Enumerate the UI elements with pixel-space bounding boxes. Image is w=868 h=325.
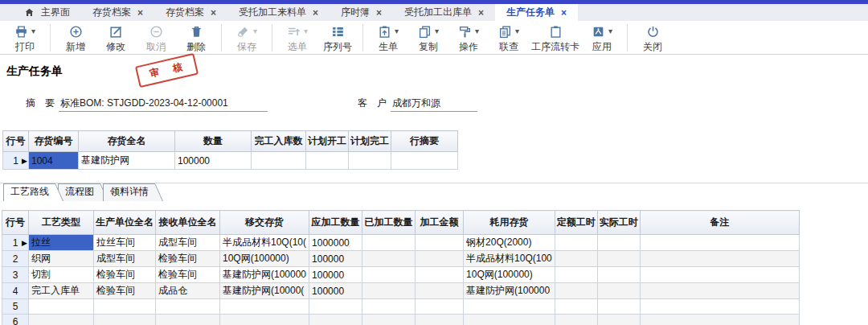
grid-cell[interactable] xyxy=(640,267,799,283)
grid-cell[interactable]: 检验车间 xyxy=(94,267,156,283)
caret-down-icon[interactable]: ▾ xyxy=(515,27,519,35)
grid-cell[interactable] xyxy=(362,251,416,267)
grid-cell[interactable] xyxy=(640,299,799,315)
grid-cell[interactable]: 检验车间 xyxy=(94,283,156,299)
grid-cell[interactable] xyxy=(597,235,640,251)
grid-cell[interactable]: 10Q网(100000) xyxy=(220,251,309,267)
grid-cell[interactable] xyxy=(306,152,349,170)
caret-down-icon[interactable]: ▾ xyxy=(31,27,35,35)
grid-cell[interactable]: 基建防护网 xyxy=(79,152,175,170)
toolbar-button-pick-list[interactable]: ▾选单 xyxy=(277,22,317,54)
column-header[interactable]: 行号 xyxy=(2,211,29,235)
grid-cell[interactable]: 1004 xyxy=(29,152,79,170)
row-number-cell[interactable]: 3 xyxy=(2,267,29,283)
grid-cell[interactable] xyxy=(555,283,597,299)
toolbar-button-printer[interactable]: ▾打印 xyxy=(5,22,45,54)
column-header[interactable]: 接收单位全名 xyxy=(156,211,220,235)
grid-cell[interactable] xyxy=(597,251,640,267)
grid-cell[interactable]: 100000 xyxy=(309,267,362,283)
column-header[interactable]: 数量 xyxy=(175,131,252,152)
grid-cell[interactable] xyxy=(597,283,640,299)
grid-cell[interactable] xyxy=(416,267,464,283)
grid-cell[interactable] xyxy=(555,299,597,315)
grid-cell[interactable] xyxy=(94,299,156,315)
grid-cell[interactable] xyxy=(29,299,94,315)
grid-cell[interactable] xyxy=(220,315,309,325)
grid-cell[interactable]: 完工入库单 xyxy=(29,283,94,299)
grid-cell[interactable] xyxy=(309,299,362,315)
row-number-cell[interactable]: 5 xyxy=(2,299,29,315)
column-header[interactable]: 加工金额 xyxy=(416,211,464,235)
grid-cell[interactable]: 检验车间 xyxy=(156,251,220,267)
grid-cell[interactable] xyxy=(555,235,597,251)
grid-cell[interactable] xyxy=(464,299,555,315)
column-header[interactable]: 实际工时 xyxy=(597,211,640,235)
close-icon[interactable]: × xyxy=(313,8,318,18)
grid-cell[interactable] xyxy=(555,251,597,267)
close-icon[interactable]: × xyxy=(376,8,382,18)
app-tab-2[interactable]: 存货档案× xyxy=(154,4,227,21)
grid-cell[interactable]: 织网 xyxy=(29,251,94,267)
grid-cell[interactable]: 成品仓 xyxy=(156,283,220,299)
app-tab-6[interactable]: 生产任务单× xyxy=(495,4,578,21)
grid-cell[interactable] xyxy=(640,251,799,267)
row-number-cell[interactable]: 6 xyxy=(2,315,29,325)
toolbar-button-generate-doc[interactable]: ▾生单 xyxy=(368,22,408,54)
grid-cell[interactable]: 1000000 xyxy=(309,235,362,251)
caret-down-icon[interactable]: ▾ xyxy=(395,27,399,35)
caret-down-icon[interactable]: ▾ xyxy=(608,27,612,35)
grid-cell[interactable]: 基建防护网(100000 xyxy=(220,267,309,283)
grid-cell[interactable]: 检验车间 xyxy=(156,267,220,283)
grid-cell[interactable] xyxy=(391,152,458,170)
detail-tab-0[interactable]: 工艺路线 xyxy=(3,183,63,201)
grid-cell[interactable] xyxy=(640,283,799,299)
app-tab-4[interactable]: 序时簿× xyxy=(330,4,393,21)
caret-down-icon[interactable]: ▾ xyxy=(253,27,257,35)
close-icon[interactable]: × xyxy=(211,8,216,18)
caret-down-icon[interactable]: ▾ xyxy=(475,27,479,35)
column-header[interactable]: 应加工数量 xyxy=(309,211,362,235)
column-header[interactable]: 定额工时 xyxy=(555,211,597,235)
grid-cell[interactable] xyxy=(362,315,416,325)
app-tab-1[interactable]: 存货档案× xyxy=(81,4,154,21)
summary-field[interactable]: 标准BOM: STJGDD-2023-04-12-00001 xyxy=(59,97,268,112)
toolbar-button-save[interactable]: ▾保存 xyxy=(227,22,267,54)
toolbar-button-linked-query[interactable]: ▾联查 xyxy=(489,22,529,54)
toolbar-button-operate[interactable]: ▾操作 xyxy=(448,22,489,54)
detail-tab-2[interactable]: 领料详情 xyxy=(103,183,163,201)
toolbar-button-trash[interactable]: 删除 xyxy=(176,22,216,54)
column-header[interactable]: 存货编号 xyxy=(29,131,79,152)
column-header[interactable]: 行号 xyxy=(3,131,29,152)
grid-cell[interactable] xyxy=(156,299,220,315)
grid-cell[interactable]: 基建防护网(10000( xyxy=(220,283,309,299)
grid-cell[interactable] xyxy=(464,315,555,325)
grid-cell[interactable]: 10Q网(100000) xyxy=(464,267,555,283)
grid-cell[interactable] xyxy=(416,299,464,315)
grid-cell[interactable] xyxy=(640,235,799,251)
grid-cell[interactable] xyxy=(416,251,464,267)
toolbar-button-copy[interactable]: ▾复制 xyxy=(408,22,448,54)
grid-cell[interactable] xyxy=(156,315,220,325)
grid-cell[interactable] xyxy=(29,315,94,325)
app-tab-5[interactable]: 受托加工出库单× xyxy=(393,4,495,21)
grid-cell[interactable]: 拉丝 xyxy=(29,235,94,251)
row-number-cell[interactable]: 2 xyxy=(2,251,29,267)
toolbar-button-cancel-circle[interactable]: 取消 xyxy=(136,22,176,54)
column-header[interactable]: 行摘要 xyxy=(391,131,458,152)
column-header[interactable]: 计划完工 xyxy=(349,131,391,152)
caret-down-icon[interactable]: ▾ xyxy=(435,27,439,35)
grid-cell[interactable] xyxy=(555,315,597,325)
grid-cell[interactable] xyxy=(362,235,416,251)
column-header[interactable]: 生产单位全名 xyxy=(94,211,156,235)
grid-cell[interactable] xyxy=(220,299,309,315)
grid-cell[interactable] xyxy=(416,235,464,251)
close-icon[interactable]: × xyxy=(137,8,143,18)
grid-cell[interactable]: 成型车间 xyxy=(94,251,156,267)
grid-cell[interactable] xyxy=(416,283,464,299)
grid-cell[interactable] xyxy=(349,152,391,170)
toolbar-button-apply-grid[interactable]: ▾应用 xyxy=(582,22,622,54)
grid-cell[interactable]: 基建防护网(100000 xyxy=(464,283,555,299)
grid-cell[interactable] xyxy=(252,152,306,170)
column-header[interactable]: 已加工数量 xyxy=(362,211,416,235)
grid-cell[interactable] xyxy=(597,299,640,315)
